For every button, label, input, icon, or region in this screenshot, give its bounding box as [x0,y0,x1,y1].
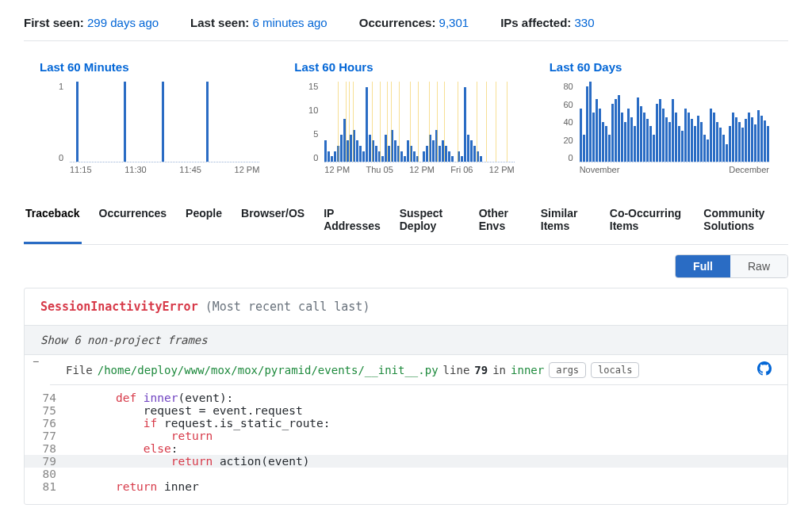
chart-bar[interactable] [423,151,425,162]
chart-bar[interactable] [464,87,466,162]
chart-bar[interactable] [732,113,734,162]
chart-bar[interactable] [716,122,718,162]
chart-bar[interactable] [586,86,588,162]
tab-community-solutions[interactable]: Community Solutions [702,199,788,244]
tab-traceback[interactable]: Traceback [24,199,82,244]
tab-similar-items[interactable]: Similar Items [539,199,592,244]
chart-bar[interactable] [599,109,601,162]
chart-bar[interactable] [369,135,371,162]
chart-bar[interactable] [470,140,473,162]
chart-bar[interactable] [713,113,715,162]
chart-bar[interactable] [340,135,343,162]
tab-co-occurring-items[interactable]: Co-Occurring Items [608,199,687,244]
chart-bar[interactable] [764,120,766,162]
chart-bar[interactable] [653,135,655,162]
chart-bar[interactable] [381,156,384,162]
chart-bar[interactable] [684,109,687,162]
chart-bar[interactable] [665,117,668,162]
chart-bar[interactable] [592,113,595,162]
chart-bar[interactable] [602,122,604,162]
chart-bar[interactable] [124,82,126,162]
chart-bar[interactable] [694,126,696,162]
last-seen-value[interactable]: 6 minutes ago [252,16,327,29]
chart-bar[interactable] [615,99,617,162]
chart-bar[interactable] [461,156,463,162]
chart-bar[interactable] [722,135,725,162]
chart-bar[interactable] [634,126,636,162]
chart-bar[interactable] [627,109,630,162]
chart-bar[interactable] [729,126,731,162]
tab-occurrences[interactable]: Occurrences [98,199,169,244]
chart-bar[interactable] [596,99,598,162]
chart-bar[interactable] [754,124,756,162]
chart-bar[interactable] [331,156,333,162]
chart-bar[interactable] [580,109,582,162]
chart-bar[interactable] [413,151,416,162]
chart-bar[interactable] [605,126,607,162]
chart-bar[interactable] [583,135,585,162]
chart-bar[interactable] [751,117,753,162]
chart-bar[interactable] [719,128,722,162]
chart-bar[interactable] [432,140,435,162]
chart-bar[interactable] [608,135,611,162]
chart-bar[interactable] [356,140,358,162]
chart-bar[interactable] [757,110,760,162]
raw-button[interactable]: Raw [730,255,787,277]
chart-bar[interactable] [637,97,639,162]
chart-bar[interactable] [334,151,336,162]
chart-bar[interactable] [675,113,677,162]
chart-bar[interactable] [448,151,450,162]
github-icon[interactable] [757,361,772,378]
chart-bar[interactable] [726,144,728,162]
chart-bar[interactable] [703,135,706,162]
ips-affected-value[interactable]: 330 [575,16,595,29]
tab-ip-addresses[interactable]: IP Addresses [322,199,382,244]
chart-bar[interactable] [394,140,396,162]
chart-bar[interactable] [672,99,674,162]
chart-bar[interactable] [681,131,684,162]
chart-bar[interactable] [767,126,769,162]
occurrences-value[interactable]: 9,301 [439,16,469,29]
tab-other-envs[interactable]: Other Envs [477,199,523,244]
chart-bar[interactable] [624,122,626,162]
chart-bar[interactable] [445,146,447,162]
chart-bar[interactable] [76,82,79,162]
chart-bar[interactable] [748,113,750,162]
chart-bar[interactable] [618,95,620,162]
chart-bar[interactable] [621,113,623,162]
chart-bar[interactable] [388,146,390,162]
show-non-project-frames[interactable]: Show 6 non-project frames [25,325,787,355]
chart-bar[interactable] [404,156,406,162]
chart-bar[interactable] [662,109,665,162]
chart-bar[interactable] [697,116,699,162]
file-path[interactable]: /home/deploy/www/mox/mox/pyramid/events/… [98,364,439,376]
chart-bar[interactable] [451,156,454,162]
chart-bar[interactable] [375,146,377,162]
chart-bar[interactable] [710,109,712,162]
chart-bar[interactable] [589,82,592,162]
tab-suspect-deploy[interactable]: Suspect Deploy [398,199,462,244]
chart-bar[interactable] [646,119,649,162]
chart-bar[interactable] [359,146,362,162]
chart-bar[interactable] [324,140,327,162]
collapse-icon[interactable]: − [33,355,39,368]
chart-bar[interactable] [707,139,709,162]
chart-bar[interactable] [611,104,614,162]
chart-bar[interactable] [659,99,661,162]
chart-bar[interactable] [630,117,633,162]
chart-bar[interactable] [741,128,744,162]
chart-bar[interactable] [366,87,368,162]
chart-bar[interactable] [745,119,747,162]
chart-bar[interactable] [691,119,693,162]
chart-bar[interactable] [480,156,482,162]
full-button[interactable]: Full [676,255,730,277]
chart-bar[interactable] [656,104,658,162]
chart-bar[interactable] [400,151,403,162]
chart-bar[interactable] [206,82,209,162]
chart-bar[interactable] [643,113,645,162]
chart-bar[interactable] [700,122,703,162]
chart-bar[interactable] [362,151,365,162]
tab-people[interactable]: People [184,199,224,244]
chart-bar[interactable] [467,135,469,162]
chart-bar[interactable] [678,126,680,162]
